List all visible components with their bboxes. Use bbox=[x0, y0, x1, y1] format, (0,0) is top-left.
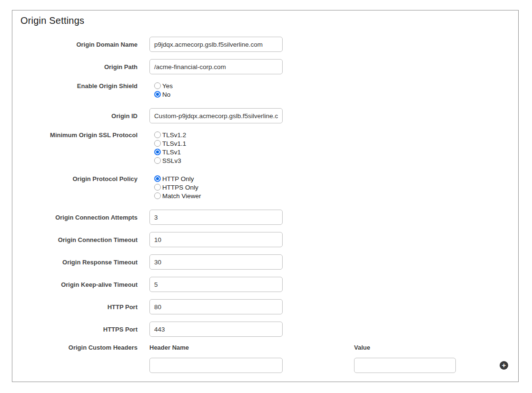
ssl-tlsv12-option[interactable]: TLSv1.2 bbox=[154, 131, 186, 139]
custom-header-name-column: Header Name bbox=[149, 344, 283, 373]
radio-icon[interactable] bbox=[154, 140, 161, 147]
page-title: Origin Settings bbox=[20, 15, 518, 26]
origin-shield-yes-label: Yes bbox=[162, 82, 173, 90]
https-port-input[interactable] bbox=[149, 322, 283, 337]
origin-response-timeout-input[interactable] bbox=[149, 254, 283, 270]
policy-http-only-label: HTTP Only bbox=[162, 175, 194, 182]
origin-domain-name-input[interactable] bbox=[149, 37, 283, 52]
origin-settings-panel: Origin Settings Origin Domain Name Origi… bbox=[12, 10, 519, 382]
policy-https-only-label: HTTPS Only bbox=[162, 184, 198, 191]
radio-icon[interactable] bbox=[154, 192, 161, 199]
custom-header-value-column: Value bbox=[354, 344, 456, 373]
origin-connection-attempts-input[interactable] bbox=[149, 210, 283, 225]
origin-connection-timeout-label: Origin Connection Timeout bbox=[12, 232, 138, 247]
add-custom-header-button[interactable]: + bbox=[500, 361, 508, 370]
policy-match-viewer-label: Match Viewer bbox=[162, 192, 201, 200]
origin-shield-yes-option[interactable]: Yes bbox=[154, 81, 173, 90]
row-origin-id: Origin ID bbox=[12, 108, 518, 123]
minimum-origin-ssl-protocol-label: Minimum Origin SSL Protocol bbox=[12, 131, 138, 165]
enable-origin-shield-label: Enable Origin Shield bbox=[12, 81, 138, 99]
custom-header-value-input[interactable] bbox=[354, 358, 456, 373]
row-http-port: HTTP Port bbox=[12, 299, 518, 314]
origin-shield-no-option[interactable]: No bbox=[154, 90, 173, 99]
policy-http-only-option[interactable]: HTTP Only bbox=[154, 174, 201, 183]
origin-path-input[interactable] bbox=[149, 59, 283, 74]
origin-domain-name-label: Origin Domain Name bbox=[12, 37, 138, 52]
row-origin-custom-headers: Origin Custom Headers Header Name Value … bbox=[12, 344, 518, 373]
radio-icon[interactable] bbox=[154, 184, 161, 191]
http-port-label: HTTP Port bbox=[12, 299, 138, 314]
row-https-port: HTTPS Port bbox=[12, 322, 518, 337]
radio-icon[interactable] bbox=[154, 131, 161, 138]
header-name-column-heading: Header Name bbox=[149, 344, 283, 351]
radio-icon[interactable] bbox=[154, 91, 161, 98]
http-port-input[interactable] bbox=[149, 299, 283, 314]
https-port-label: HTTPS Port bbox=[12, 322, 138, 337]
ssl-sslv3-label: SSLv3 bbox=[162, 157, 181, 164]
enable-origin-shield-radio-group: Yes No bbox=[154, 81, 173, 99]
row-origin-protocol-policy: Origin Protocol Policy HTTP Only HTTPS O… bbox=[12, 174, 518, 200]
origin-id-label: Origin ID bbox=[12, 108, 138, 123]
origin-shield-no-label: No bbox=[162, 91, 170, 98]
origin-path-label: Origin Path bbox=[12, 59, 138, 74]
row-minimum-origin-ssl-protocol: Minimum Origin SSL Protocol TLSv1.2 TLSv… bbox=[12, 131, 518, 165]
ssl-tlsv11-option[interactable]: TLSv1.1 bbox=[154, 139, 186, 148]
radio-icon[interactable] bbox=[154, 157, 161, 164]
ssl-tlsv1-option[interactable]: TLSv1 bbox=[154, 148, 186, 156]
min-ssl-protocol-radio-group: TLSv1.2 TLSv1.1 TLSv1 SSLv3 bbox=[154, 131, 186, 165]
origin-protocol-policy-label: Origin Protocol Policy bbox=[12, 174, 138, 200]
custom-headers-area: Header Name Value + bbox=[149, 344, 508, 373]
row-origin-keep-alive-timeout: Origin Keep-alive Timeout bbox=[12, 277, 518, 292]
custom-header-name-input[interactable] bbox=[149, 358, 283, 373]
origin-keep-alive-timeout-input[interactable] bbox=[149, 277, 283, 292]
row-origin-response-timeout: Origin Response Timeout bbox=[12, 254, 518, 270]
origin-connection-attempts-label: Origin Connection Attempts bbox=[12, 210, 138, 225]
policy-match-viewer-option[interactable]: Match Viewer bbox=[154, 191, 201, 200]
row-enable-origin-shield: Enable Origin Shield Yes No bbox=[12, 81, 518, 99]
row-origin-domain-name: Origin Domain Name bbox=[12, 37, 518, 52]
radio-icon[interactable] bbox=[154, 149, 161, 155]
origin-id-input[interactable] bbox=[149, 108, 283, 123]
ssl-sslv3-option[interactable]: SSLv3 bbox=[154, 156, 186, 165]
radio-icon[interactable] bbox=[154, 82, 161, 89]
ssl-tlsv1-label: TLSv1 bbox=[162, 149, 181, 156]
row-origin-connection-attempts: Origin Connection Attempts bbox=[12, 210, 518, 225]
ssl-tlsv12-label: TLSv1.2 bbox=[162, 131, 186, 139]
origin-connection-timeout-input[interactable] bbox=[149, 232, 283, 247]
origin-protocol-policy-radio-group: HTTP Only HTTPS Only Match Viewer bbox=[154, 174, 201, 200]
value-column-heading: Value bbox=[354, 344, 456, 351]
row-origin-path: Origin Path bbox=[12, 59, 518, 74]
radio-icon[interactable] bbox=[154, 175, 161, 182]
ssl-tlsv11-label: TLSv1.1 bbox=[162, 140, 186, 147]
plus-icon: + bbox=[502, 362, 506, 369]
row-origin-connection-timeout: Origin Connection Timeout bbox=[12, 232, 518, 247]
origin-keep-alive-timeout-label: Origin Keep-alive Timeout bbox=[12, 277, 138, 292]
origin-response-timeout-label: Origin Response Timeout bbox=[12, 254, 138, 270]
policy-https-only-option[interactable]: HTTPS Only bbox=[154, 183, 201, 191]
origin-custom-headers-label: Origin Custom Headers bbox=[12, 344, 138, 373]
